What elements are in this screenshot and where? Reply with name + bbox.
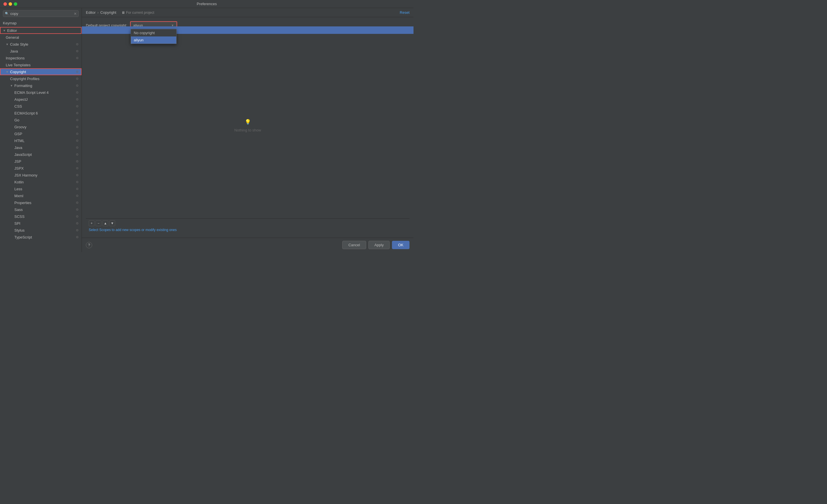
sidebar-item-kotlin[interactable]: Kotlin ⚙ [0,179,82,186]
window-controls [3,2,17,6]
sidebar-item-keymap[interactable]: Keymap [0,19,82,27]
toolbar-buttons: + − ▲ ▼ [89,220,406,226]
search-clear-icon[interactable]: ✕ [74,12,77,16]
sidebar-item-spi[interactable]: SPI ⚙ [0,220,82,227]
gear-icon: ⚙ [76,43,79,46]
arrow-icon [6,70,9,73]
gear-icon: ⚙ [76,132,79,136]
breadcrumb: Editor › Copyright 🖥 For current project [86,10,154,15]
lightbulb-icon: 💡 [245,119,251,125]
down-button[interactable]: ▼ [109,220,115,226]
gear-icon: ⚙ [76,187,79,191]
content-header: Editor › Copyright 🖥 For current project… [82,8,414,17]
sidebar-item-typescript[interactable]: TypeScript ⚙ [0,234,82,241]
gear-icon: ⚙ [76,77,79,81]
ok-button[interactable]: OK [392,241,409,249]
reset-button[interactable]: Reset [400,10,409,15]
main-container: 🔍 ✕ Keymap Editor General Code Sty [0,8,414,252]
help-button[interactable]: ? [86,242,92,248]
gear-icon: ⚙ [76,235,79,239]
apply-button[interactable]: Apply [369,241,390,249]
gear-icon: ⚙ [76,215,79,218]
sidebar-item-sass[interactable]: Sass ⚙ [0,206,82,213]
gear-icon: ⚙ [76,125,79,129]
gear-icon: ⚙ [76,229,79,232]
gear-icon: ⚙ [76,139,79,143]
bottom-toolbar: + − ▲ ▼ Select Scopes to add new scopes … [86,218,409,234]
close-button[interactable] [3,2,7,6]
sidebar-item-scss[interactable]: SCSS ⚙ [0,213,82,220]
arrow-icon [6,43,9,46]
sidebar-item-groovy[interactable]: Groovy ⚙ [0,123,82,130]
scopes-link[interactable]: Select Scopes to add new scopes or modif… [89,228,406,232]
arrow-icon [3,29,6,32]
sidebar-item-gsp[interactable]: GSP ⚙ [0,130,82,137]
sidebar-item-ecma-script-level4[interactable]: ECMA Script Level 4 ⚙ [0,89,82,96]
gear-icon: ⚙ [76,91,79,94]
add-button[interactable]: + [89,220,94,226]
sidebar-item-ecmascript6[interactable]: ECMAScript 6 ⚙ [0,110,82,116]
sidebar-item-javascript[interactable]: JavaScript ⚙ [0,151,82,158]
cancel-button[interactable]: Cancel [342,241,366,249]
breadcrumb-copyright: Copyright [100,10,116,15]
footer-actions: Cancel Apply OK [342,241,409,249]
gear-icon: ⚙ [76,146,79,150]
titlebar: Preferences [0,0,414,8]
search-icon: 🔍 [5,12,9,15]
sidebar-item-css[interactable]: CSS ⚙ [0,103,82,110]
sidebar-item-html[interactable]: HTML ⚙ [0,137,82,144]
gear-icon: ⚙ [76,208,79,211]
sidebar-item-go[interactable]: Go ⚙ [0,116,82,123]
gear-icon: ⚙ [76,104,79,108]
arrow-icon [10,84,13,87]
footer: ? Cancel Apply OK [82,238,414,252]
dropdown-popup: No copyright aliyun [131,29,177,44]
sidebar-item-properties[interactable]: Properties ⚙ [0,199,82,206]
gear-icon: ⚙ [76,49,79,53]
sidebar-item-jsx-harmony[interactable]: JSX Harmony ⚙ [0,172,82,179]
gear-icon: ⚙ [76,98,79,101]
sidebar-item-inspections[interactable]: Inspections ⚙ [0,55,82,61]
sidebar-item-jsp[interactable]: JSP ⚙ [0,158,82,165]
up-button[interactable]: ▲ [102,220,108,226]
sidebar-content: Keymap Editor General Code Style ⚙ Java … [0,19,82,252]
sidebar-item-general[interactable]: General [0,34,82,41]
sidebar-item-copyright-profiles[interactable]: Copyright Profiles ⚙ [0,75,82,82]
breadcrumb-separator: › [97,10,98,15]
gear-icon: ⚙ [76,180,79,184]
remove-button[interactable]: − [96,220,101,226]
sidebar-item-aspectj[interactable]: AspectJ ⚙ [0,96,82,103]
sidebar-item-stylus[interactable]: Stylus ⚙ [0,227,82,234]
sidebar-item-mxml[interactable]: Mxml ⚙ [0,192,82,199]
gear-icon: ⚙ [76,118,79,122]
search-box: 🔍 ✕ [3,10,79,17]
sidebar-item-code-style[interactable]: Code Style ⚙ [0,41,82,48]
sidebar-item-jspx[interactable]: JSPX ⚙ [0,165,82,172]
sidebar-item-live-templates[interactable]: Live Templates [0,61,82,68]
nothing-area: 💡 Nothing to show [86,33,409,218]
gear-icon: ⚙ [76,84,79,88]
dropdown-option-aliyun[interactable]: aliyun [131,37,176,44]
for-current-project-label: For current project [126,11,154,15]
sidebar-item-editor[interactable]: Editor [0,27,82,34]
sidebar-item-java2[interactable]: Java ⚙ [0,144,82,151]
gear-icon: ⚙ [76,173,79,177]
breadcrumb-editor: Editor [86,10,96,15]
search-container: 🔍 ✕ [0,8,82,19]
sidebar: 🔍 ✕ Keymap Editor General Code Sty [0,8,82,252]
gear-icon: ⚙ [76,70,79,74]
content-area: Editor › Copyright 🖥 For current project… [82,8,414,252]
sidebar-item-java[interactable]: Java ⚙ [0,48,82,55]
minimize-button[interactable] [9,2,12,6]
dropdown-option-no-copyright[interactable]: No copyright [131,29,176,37]
gear-icon: ⚙ [76,153,79,156]
sidebar-item-less[interactable]: Less ⚙ [0,186,82,192]
sidebar-item-copyright[interactable]: Copyright ⚙ [0,68,82,75]
gear-icon: ⚙ [76,166,79,170]
gear-icon: ⚙ [76,56,79,60]
gear-icon: ⚙ [76,201,79,205]
gear-icon: ⚙ [76,160,79,163]
sidebar-item-formatting[interactable]: Formatting ⚙ [0,82,82,89]
search-input[interactable] [10,11,72,16]
maximize-button[interactable] [14,2,17,6]
